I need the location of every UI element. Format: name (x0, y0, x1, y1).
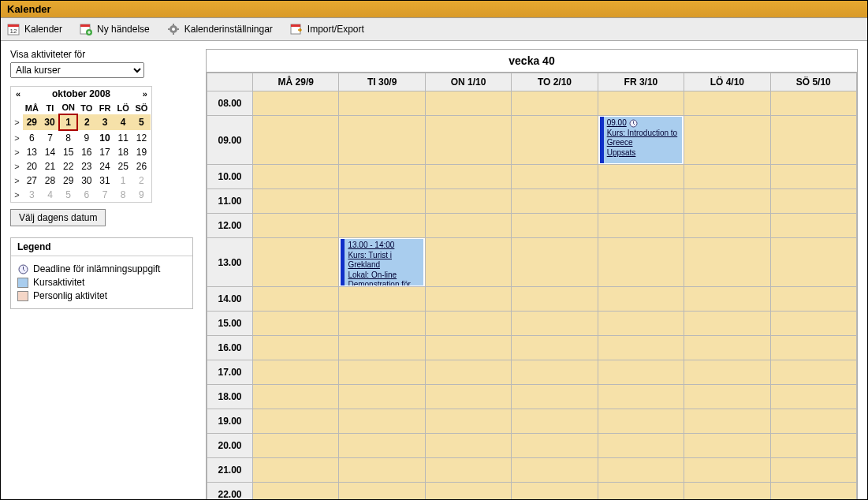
calendar-cell[interactable] (425, 165, 511, 189)
calendar-cell[interactable] (684, 214, 770, 238)
calendar-cell[interactable] (770, 409, 856, 434)
goto-week[interactable]: > (11, 130, 23, 145)
calendar-cell[interactable] (512, 458, 598, 483)
calendar-cell[interactable]: 09.00Kurs: Introduction to GreeceUppsats (598, 116, 684, 165)
calendar-cell[interactable] (512, 214, 598, 238)
calendar-cell[interactable] (253, 458, 339, 483)
mini-cal-day[interactable]: 8 (59, 130, 77, 145)
calendar-cell[interactable] (425, 360, 511, 385)
calendar-cell[interactable] (425, 214, 511, 238)
calendar-cell[interactable] (253, 238, 339, 287)
calendar-cell[interactable] (598, 385, 684, 409)
calendar-cell[interactable] (512, 385, 598, 409)
mini-cal-day[interactable]: 7 (95, 188, 114, 202)
calendar-cell[interactable] (770, 214, 856, 238)
calendar-cell[interactable] (339, 458, 425, 483)
mini-cal-day[interactable]: 16 (77, 145, 95, 159)
calendar-cell[interactable] (339, 214, 425, 238)
calendar-cell[interactable] (253, 214, 339, 238)
goto-week[interactable]: > (11, 159, 23, 174)
mini-cal-day[interactable]: 1 (114, 174, 132, 188)
calendar-cell[interactable] (684, 91, 770, 116)
mini-cal-day[interactable]: 18 (114, 145, 132, 159)
calendar-cell[interactable] (770, 116, 856, 165)
calendar-cell[interactable] (684, 312, 770, 336)
calendar-cell[interactable] (598, 165, 684, 189)
mini-cal-day[interactable]: 28 (41, 174, 59, 188)
calendar-cell[interactable] (770, 360, 856, 385)
toolbar-import-export[interactable]: Import/Export (290, 23, 364, 35)
calendar-cell[interactable] (598, 336, 684, 360)
calendar-cell[interactable] (770, 238, 856, 287)
mini-cal-day[interactable]: 11 (114, 130, 132, 145)
mini-cal-day[interactable]: 27 (23, 174, 41, 188)
calendar-cell[interactable] (425, 238, 511, 287)
calendar-cell[interactable] (770, 165, 856, 189)
calendar-cell[interactable] (339, 385, 425, 409)
prev-month[interactable]: « (16, 89, 20, 99)
goto-week[interactable]: > (11, 114, 23, 130)
toolbar-settings[interactable]: Kalenderinställningar (167, 23, 273, 35)
calendar-cell[interactable] (512, 91, 598, 116)
toolbar-calendar[interactable]: 12 Kalender (7, 23, 62, 35)
filter-select[interactable]: Alla kurser (10, 62, 144, 78)
mini-cal-day[interactable]: 2 (77, 114, 95, 130)
mini-cal-day[interactable]: 5 (132, 114, 151, 130)
mini-cal-day[interactable]: 17 (95, 145, 114, 159)
calendar-cell[interactable] (512, 312, 598, 336)
mini-cal-day[interactable]: 26 (132, 159, 151, 174)
calendar-cell[interactable] (684, 458, 770, 483)
calendar-cell[interactable] (512, 360, 598, 385)
mini-cal-day[interactable]: 24 (95, 159, 114, 174)
calendar-cell[interactable] (425, 287, 511, 312)
mini-cal-day[interactable]: 8 (114, 188, 132, 202)
calendar-cell[interactable] (770, 336, 856, 360)
calendar-cell[interactable] (425, 189, 511, 214)
calendar-cell[interactable] (770, 434, 856, 458)
calendar-cell[interactable] (339, 165, 425, 189)
mini-cal-day[interactable]: 19 (132, 145, 151, 159)
calendar-cell[interactable] (684, 360, 770, 385)
goto-week[interactable]: > (11, 188, 23, 202)
day-header[interactable]: TO 2/10 (512, 73, 598, 91)
goto-week[interactable]: > (11, 174, 23, 188)
goto-week[interactable]: > (11, 145, 23, 159)
calendar-cell[interactable] (598, 360, 684, 385)
calendar-cell[interactable] (425, 458, 511, 483)
mini-cal-day[interactable]: 3 (95, 114, 114, 130)
calendar-cell[interactable] (425, 116, 511, 165)
mini-cal-day[interactable]: 4 (41, 188, 59, 202)
calendar-cell[interactable] (598, 483, 684, 500)
mini-cal-day[interactable]: 10 (95, 130, 114, 145)
calendar-cell[interactable] (339, 189, 425, 214)
mini-cal-day[interactable]: 4 (114, 114, 132, 130)
calendar-cell[interactable] (512, 287, 598, 312)
calendar-cell[interactable] (339, 434, 425, 458)
calendar-cell[interactable] (253, 312, 339, 336)
calendar-cell[interactable] (339, 360, 425, 385)
day-header[interactable]: ON 1/10 (425, 73, 511, 91)
toolbar-new-event[interactable]: Ny händelse (80, 23, 150, 35)
calendar-cell[interactable] (770, 287, 856, 312)
calendar-cell[interactable] (253, 434, 339, 458)
day-header[interactable]: TI 30/9 (339, 73, 425, 91)
calendar-cell[interactable] (512, 483, 598, 500)
calendar-cell[interactable] (425, 483, 511, 500)
calendar-cell[interactable] (253, 287, 339, 312)
calendar-cell[interactable] (598, 91, 684, 116)
calendar-cell[interactable] (770, 91, 856, 116)
calendar-cell[interactable] (598, 434, 684, 458)
calendar-cell[interactable] (770, 458, 856, 483)
day-header[interactable]: MÅ 29/9 (253, 73, 339, 91)
mini-cal-day[interactable]: 9 (77, 130, 95, 145)
mini-cal-day[interactable]: 29 (59, 174, 77, 188)
calendar-cell[interactable] (770, 483, 856, 500)
calendar-cell[interactable] (339, 409, 425, 434)
calendar-cell[interactable] (598, 458, 684, 483)
calendar-cell[interactable] (684, 189, 770, 214)
day-header[interactable]: SÖ 5/10 (770, 73, 856, 91)
calendar-cell[interactable] (512, 165, 598, 189)
mini-cal-day[interactable]: 21 (41, 159, 59, 174)
today-button[interactable]: Välj dagens datum (10, 209, 106, 226)
calendar-cell[interactable] (684, 287, 770, 312)
